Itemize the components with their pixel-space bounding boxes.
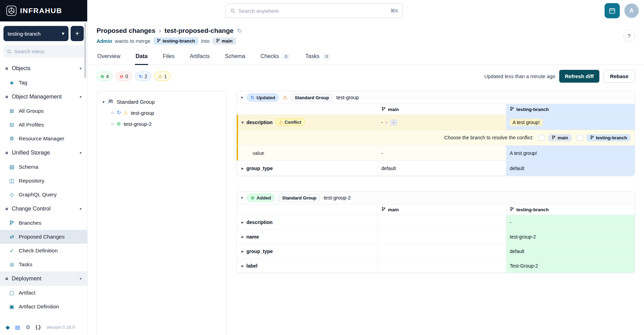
object-tree-panel: ▾ Standard Group ↻ ⚠ test-group bbox=[97, 91, 227, 335]
sidebar-section-unified-storage[interactable]: Unified Storage ▾ bbox=[0, 146, 87, 160]
diff-card-test-group-2: ▾ ⊕ Added Standard Group test-group-2 bbox=[236, 191, 635, 273]
sidebar-item-label: Tasks bbox=[19, 261, 33, 268]
refresh-icon: ↻ bbox=[251, 95, 254, 100]
branch-value-cell: - bbox=[506, 215, 635, 229]
git-branch-icon bbox=[157, 38, 161, 44]
branch-selector[interactable]: testing-branch ▾ bbox=[3, 26, 69, 41]
sidebar-item-artifact-definition[interactable]: ▣ Artifact Definition bbox=[0, 300, 87, 314]
chevron-down-icon: ▾ bbox=[102, 100, 105, 104]
chevron-right-icon[interactable]: ▸ bbox=[242, 234, 244, 239]
chevron-right-icon[interactable]: ▸ bbox=[242, 249, 244, 254]
docs-icon[interactable]: ▤ bbox=[15, 324, 20, 331]
tree-node-label: test-group bbox=[131, 110, 154, 116]
check-icon: ✓ bbox=[8, 248, 15, 254]
source-branch-label: testing-branch bbox=[163, 38, 195, 44]
sidebar-section-objects[interactable]: Objects ▾ bbox=[0, 61, 87, 76]
menu-search[interactable] bbox=[3, 45, 84, 58]
tree-bullet-icon bbox=[111, 123, 114, 125]
attribute-name: group_type bbox=[246, 249, 273, 254]
tab-label: Overview bbox=[97, 53, 120, 59]
breadcrumb-root[interactable]: Proposed changes bbox=[97, 27, 155, 35]
merge-author-link[interactable]: Admin bbox=[97, 38, 112, 44]
added-count-badge: ⊕ 4 bbox=[97, 72, 113, 81]
tree-node-standard-group[interactable]: ▾ Standard Group bbox=[97, 97, 226, 107]
tree-node-test-group[interactable]: ↻ ⚠ test-group bbox=[97, 107, 226, 118]
tab-checks[interactable]: Checks 0 bbox=[260, 49, 291, 65]
chevron-down-icon[interactable]: ▾ bbox=[242, 120, 244, 125]
removed-count: 0 bbox=[125, 74, 128, 79]
tab-data[interactable]: Data bbox=[135, 49, 148, 65]
sidebar-item-all-profiles[interactable]: ⊟ All Profiles bbox=[0, 118, 87, 132]
resolve-branch-badge: testing-branch bbox=[587, 134, 631, 141]
sidebar-section-object-management[interactable]: Object Management ▾ bbox=[0, 90, 87, 104]
main-value-cell: default bbox=[378, 161, 506, 176]
time-travel-button[interactable] bbox=[605, 3, 620, 18]
attribute-name: label bbox=[246, 263, 257, 269]
user-avatar[interactable]: A bbox=[624, 3, 639, 18]
sidebar-item-schema[interactable]: ▤ Schema bbox=[0, 160, 87, 174]
rebase-button[interactable]: Rebase bbox=[604, 70, 635, 83]
tree-node-test-group-2[interactable]: ⊕ test-group-2 bbox=[97, 118, 226, 129]
refresh-diff-button[interactable]: Refresh diff bbox=[559, 70, 599, 83]
diff-stats: ⊕ 4 ⊖ 0 ↻ 2 ⚠ 1 bbox=[97, 72, 171, 81]
sidebar-item-resource-manager[interactable]: ⚙ Resource Manager bbox=[0, 132, 87, 146]
diff-card-header[interactable]: ▾ ↻ Updated ⚠ Standard Group test-group bbox=[237, 91, 635, 104]
diff-card-header[interactable]: ▾ ⊕ Added Standard Group test-group-2 bbox=[237, 192, 635, 204]
sidebar-section-change-control[interactable]: Change Control ▾ bbox=[0, 202, 87, 216]
sidebar-scrollbar[interactable] bbox=[84, 23, 86, 78]
description-row[interactable]: ▾ description ⚠ Conflict - › - bbox=[237, 114, 635, 130]
tab-tasks[interactable]: Tasks 0 bbox=[305, 49, 331, 65]
section-label: Objects bbox=[12, 65, 30, 72]
group-type-row[interactable]: ▸ group_type default bbox=[237, 244, 635, 258]
chevron-right-icon[interactable]: ▸ bbox=[242, 166, 244, 171]
description-row[interactable]: ▸ description - bbox=[237, 215, 635, 229]
collapse-chevron-icon[interactable]: ▾ bbox=[241, 195, 243, 200]
create-branch-button[interactable]: + bbox=[71, 26, 84, 41]
global-search[interactable]: ⌘K bbox=[226, 3, 403, 18]
sidebar-item-artifact[interactable]: ▢ Artifact bbox=[0, 286, 87, 300]
sidebar-item-check-definition[interactable]: ✓ Check Definition bbox=[0, 244, 87, 258]
warning-icon: ⚠ bbox=[124, 110, 128, 115]
help-button[interactable]: ? bbox=[623, 30, 635, 41]
collapse-chevron-icon[interactable]: ▾ bbox=[241, 95, 243, 100]
chevron-right-icon[interactable]: ▸ bbox=[242, 220, 244, 225]
tab-overview[interactable]: Overview bbox=[97, 49, 121, 65]
tab-files[interactable]: Files bbox=[162, 49, 175, 65]
sidebar-item-graphql-query[interactable]: ◇ GraphQL Query bbox=[0, 188, 87, 202]
section-bullet-icon bbox=[6, 67, 8, 70]
tab-label: Data bbox=[136, 53, 148, 59]
global-search-input[interactable] bbox=[238, 8, 387, 14]
section-bullet-icon bbox=[6, 278, 8, 280]
graphql-sandbox-icon[interactable]: {.} bbox=[36, 324, 41, 330]
api-docs-icon[interactable]: ◆ bbox=[6, 324, 10, 331]
sidebar-item-tag[interactable]: ◈ Tag bbox=[0, 76, 87, 90]
group-type-row[interactable]: ▸ group_type default default bbox=[237, 160, 635, 176]
search-shortcut-hint: ⌘K bbox=[390, 8, 398, 13]
sidebar-item-repository[interactable]: ◫ Repository bbox=[0, 174, 87, 188]
resolve-branch-checkbox[interactable] bbox=[577, 135, 583, 141]
sidebar-item-tasks[interactable]: ◎ Tasks bbox=[0, 258, 87, 271]
sidebar-item-proposed-changes[interactable]: ⇄ Proposed Changes bbox=[0, 230, 87, 244]
attribute-cell: ▸ name bbox=[237, 230, 378, 244]
conflict-badge: ⚠ Conflict bbox=[275, 119, 305, 126]
menu-search-input[interactable] bbox=[14, 49, 80, 54]
app-title: INFRAHUB bbox=[20, 7, 62, 15]
main-value-cell: - › - bbox=[378, 115, 506, 130]
calendar-icon bbox=[609, 7, 616, 14]
settings-gear-icon[interactable]: ⚙ bbox=[25, 324, 30, 331]
chevron-right-icon[interactable]: ▸ bbox=[242, 263, 244, 268]
merge-text: wants to merge bbox=[115, 38, 151, 44]
sidebar-section-deployment[interactable]: Deployment ▾ bbox=[0, 271, 87, 286]
name-row[interactable]: ▸ name test-group-2 bbox=[237, 229, 635, 244]
label-row[interactable]: ▸ label Test-Group-2 bbox=[237, 258, 635, 273]
page-header: Proposed changes › test-proposed-change … bbox=[88, 21, 644, 45]
attribute-name: name bbox=[246, 234, 259, 240]
resolve-main-checkbox[interactable] bbox=[539, 135, 545, 141]
sidebar-item-all-groups[interactable]: ⊞ All Groups bbox=[0, 104, 87, 118]
git-branch-icon bbox=[216, 38, 220, 44]
tab-schema[interactable]: Schema bbox=[224, 49, 246, 65]
app-logo[interactable]: INFRAHUB bbox=[0, 0, 87, 21]
sidebar-item-branches[interactable]: Branches bbox=[0, 216, 87, 230]
refresh-icon[interactable]: ↻ bbox=[237, 27, 242, 35]
tab-artifacts[interactable]: Artifacts bbox=[189, 49, 210, 65]
